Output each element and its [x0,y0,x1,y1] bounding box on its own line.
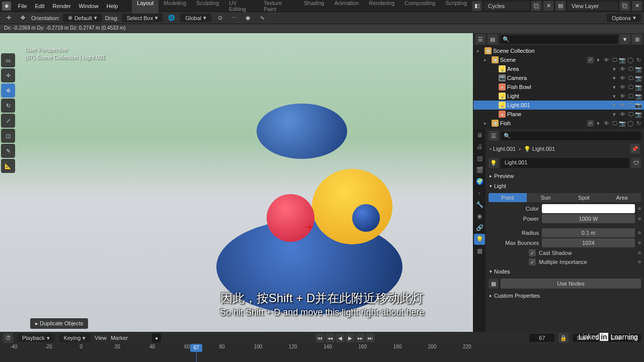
menu-window[interactable]: Window [75,2,103,11]
outliner-search-input[interactable]: 🔍 [500,35,618,44]
proportional-icon[interactable]: ◉ [243,13,254,24]
custom-props-panel-header[interactable]: Custom Properties [489,291,641,301]
proportional-type-icon[interactable]: ∿ [257,13,268,24]
filter-icon[interactable]: ▼ [620,34,630,44]
color-field[interactable] [542,204,635,213]
holdout-icon[interactable]: ◯ [627,56,634,63]
delete-scene-icon[interactable]: ✕ [543,1,553,11]
cast-shadow-checkbox[interactable]: ✓ [529,249,536,256]
light-type-area[interactable]: Area [603,193,641,202]
eye-icon[interactable]: 👁 [619,102,626,109]
world-tab[interactable]: 🌍 [474,176,485,187]
restrict-select-icon[interactable]: ▾ [611,83,618,90]
tree-row-area[interactable]: 💡Area▾👁🖵📷 [473,64,644,73]
tree-row-light-001[interactable]: 💡Light.001▾👁🖵📷 [473,101,644,110]
constraint-tab[interactable]: 🔗 [474,222,485,233]
move-tool[interactable]: ✥ [1,83,15,98]
light-type-sun[interactable]: Sun [527,193,565,202]
cursor-icon[interactable]: ✛ [3,13,14,24]
fake-user-icon[interactable]: 🛡 [631,158,641,168]
timeline-ruler[interactable]: -40-2002040608010012014016018020022067 [0,344,644,362]
menu-render[interactable]: Render [49,2,75,11]
eye-icon[interactable]: 👁 [619,83,626,90]
viewport-icon[interactable]: 🖵 [627,111,634,118]
jump-next-button[interactable]: ▸▸ [356,333,365,342]
tree-row-scene[interactable]: ▸▣Scene✓▾👁🖵📷◯↻ [473,55,644,64]
workspace-tab-shading[interactable]: Shading [299,0,329,15]
eye-icon[interactable]: 👁 [619,93,626,100]
render-icon[interactable]: 📷 [635,65,642,72]
restrict-select-icon[interactable]: ▾ [595,56,602,63]
render-tab[interactable]: 🖥 [474,130,485,141]
viewlayer-tab[interactable]: ▤ [474,153,485,164]
viewport-icon[interactable]: 🖵 [611,120,618,127]
render-icon[interactable]: 📷 [635,83,642,90]
render-icon[interactable]: 📷 [635,102,642,109]
transform-orientation-dropdown[interactable]: Global ▾ [180,14,211,22]
eye-icon[interactable]: 👁 [619,111,626,118]
restrict-select-icon[interactable]: ▾ [611,93,618,100]
physics-tab[interactable]: ◉ [474,211,485,222]
workspace-tab-scripting[interactable]: Scripting [440,0,472,15]
timeline-marker-menu[interactable]: Marker [111,335,128,341]
3d-viewport[interactable]: User Perspective (67) Scene Collection |… [0,33,473,332]
tree-row-fish[interactable]: ▸▣Fish✓▾👁🖵📷◯↻ [473,119,644,128]
exclude-checkbox[interactable]: ✓ [587,120,594,127]
new-collection-icon[interactable]: ⊞ [632,34,642,44]
jump-end-button[interactable]: ⏭ [366,333,375,342]
options-dropdown[interactable]: Options ▾ [607,14,641,22]
autokey-button[interactable]: ● [152,333,161,342]
playback-dropdown[interactable]: Playback ▾ [17,334,55,342]
tree-row-camera[interactable]: 📷Camera▾👁🖵📷 [473,73,644,82]
jump-prev-button[interactable]: ◂◂ [326,333,335,342]
viewport-icon[interactable]: 🖵 [627,83,634,90]
play-reverse-button[interactable]: ◀ [336,333,345,342]
tree-row-scene-collection[interactable]: ▸▣Scene Collection [473,46,644,55]
restrict-select-icon[interactable]: ▾ [595,120,602,127]
viewport-icon[interactable]: 🖵 [627,93,634,100]
menu-edit[interactable]: Edit [31,2,49,11]
preview-panel-header[interactable]: Preview [489,171,641,181]
annotate-tool[interactable]: ✎ [1,144,15,158]
tree-row-plane[interactable]: ▲Plane▾👁🖵📷 [473,110,644,119]
timeline-view-menu[interactable]: View [95,335,107,341]
scene-icon[interactable]: ◧ [472,1,482,11]
snap-icon[interactable]: ⊙ [214,13,225,24]
menu-file[interactable]: File [14,2,31,11]
radius-field[interactable]: 0.1 m [542,228,635,237]
render-icon[interactable]: 📷 [635,93,642,100]
props-editor-icon[interactable]: ☰ [489,131,499,141]
workspace-tab-animation[interactable]: Animation [329,0,364,15]
workspace-tab-rendering[interactable]: Rendering [364,0,399,15]
eye-icon[interactable]: 👁 [619,65,626,72]
eye-icon[interactable]: 👁 [603,120,610,127]
viewport-icon[interactable]: 🖵 [611,56,618,63]
restrict-select-icon[interactable]: ▾ [611,111,618,118]
cursor-tool[interactable]: ✛ [1,68,15,82]
tree-row-light[interactable]: 💡Light▾👁🖵📷 [473,92,644,101]
scale-tool[interactable]: ⤢ [1,114,15,128]
play-button[interactable]: ▶ [346,333,355,342]
render-icon[interactable]: 📷 [619,120,626,127]
scene-tab[interactable]: 🎬 [474,164,485,175]
light-type-point[interactable]: Point [489,193,527,202]
eye-icon[interactable]: 👁 [603,56,610,63]
lock-range-icon[interactable]: 🔒 [558,333,569,343]
outliner-display-icon[interactable]: ▤ [488,34,498,44]
render-icon[interactable]: 📷 [635,74,642,81]
use-nodes-button[interactable]: Use Nodes [501,279,641,289]
node-browse-icon[interactable]: ▦ [489,279,499,289]
menu-help[interactable]: Help [103,2,122,11]
light-datablock-icon[interactable]: 💡 [489,158,499,168]
light-name-input[interactable]: Light.001 [501,158,629,168]
orientation-dropdown[interactable]: ⊕ Default ▾ [63,14,102,22]
restrict-select-icon[interactable]: ▾ [611,102,618,109]
render-engine-dropdown[interactable]: Cycles [484,2,529,10]
bounces-field[interactable]: 1024 [542,238,635,247]
viewlayer-icon[interactable]: ▤ [555,1,566,11]
light-type-spot[interactable]: Spot [565,193,603,202]
drag-dropdown[interactable]: Select Box ▾ [122,14,164,22]
texture-tab[interactable]: ▦ [474,245,485,256]
rotate-tool[interactable]: ↻ [1,99,15,113]
keying-dropdown[interactable]: Keying ▾ [59,334,91,342]
